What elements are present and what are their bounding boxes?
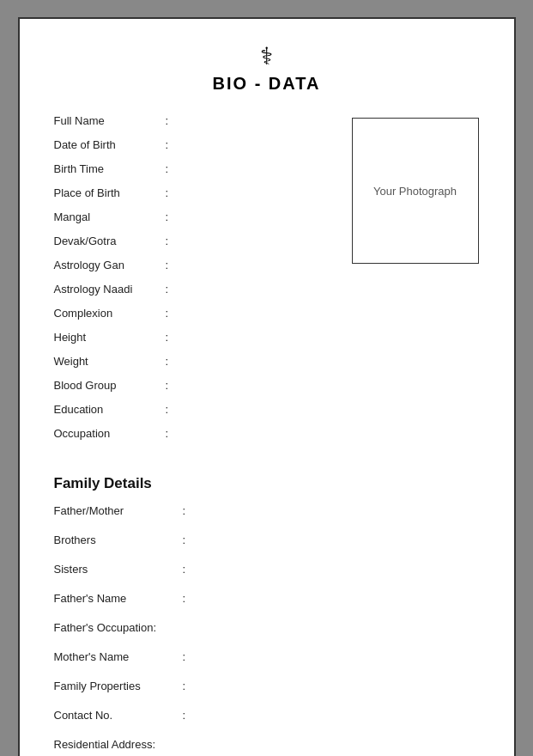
personal-field-row: Complexion: (54, 307, 337, 326)
field-label: Astrology Gan (54, 259, 166, 271)
personal-field-row: Education: (54, 403, 337, 422)
field-label: Complexion (54, 307, 166, 320)
personal-field-row: Astrology Gan: (54, 259, 337, 277)
family-field-colon: : (183, 709, 197, 722)
field-colon: : (166, 138, 179, 151)
header: ⚕ BIO - DATA (54, 45, 480, 94)
field-label: Place of Birth (54, 186, 166, 199)
field-colon: : (166, 186, 179, 199)
family-field-label: Sisters (54, 563, 183, 576)
field-colon: : (166, 403, 179, 416)
field-colon: : (166, 210, 179, 223)
family-field-row: Sisters: (54, 563, 480, 583)
field-label: Occupation (54, 427, 166, 440)
field-label: Astrology Naadi (54, 283, 166, 296)
family-field-row: Mother's Name: (54, 650, 480, 671)
family-field-colon: : (183, 533, 197, 546)
field-label: Mangal (54, 210, 166, 223)
family-field-label: Family Properties (54, 680, 183, 692)
field-colon: : (166, 379, 179, 392)
family-field-colon: : (183, 592, 197, 605)
field-label: Full Name (54, 114, 166, 127)
field-label: Blood Group (54, 379, 166, 392)
family-field-row: Father's Name: (54, 592, 480, 613)
personal-field-row: Height: (54, 331, 337, 350)
personal-field-row: Place of Birth: (54, 186, 337, 205)
field-colon: : (166, 307, 179, 320)
field-colon: : (166, 259, 179, 271)
family-field-row: Brothers: (54, 533, 480, 554)
fields-col: Full Name:Date of Birth:Birth Time:Place… (54, 114, 337, 451)
photo-box: Your Photograph (352, 118, 479, 264)
personal-field-row: Date of Birth: (54, 138, 337, 157)
field-colon: : (166, 114, 179, 127)
main-section: Full Name:Date of Birth:Birth Time:Place… (54, 114, 480, 451)
personal-field-row: Full Name: (54, 114, 337, 133)
family-field-label: Father's Occupation: (54, 621, 183, 634)
family-field-label: Residential Address: (54, 738, 183, 751)
header-icon: ⚕ (54, 45, 480, 69)
field-label: Height (54, 331, 166, 344)
field-colon: : (166, 331, 179, 344)
field-colon: : (166, 355, 179, 368)
personal-field-row: Mangal: (54, 210, 337, 229)
family-field-row: Family Properties: (54, 680, 480, 700)
field-colon: : (166, 427, 179, 440)
header-title: BIO - DATA (54, 74, 480, 94)
family-field-colon: : (183, 504, 197, 517)
personal-field-row: Birth Time: (54, 162, 337, 181)
field-label: Education (54, 403, 166, 416)
family-field-row: Father's Occupation: (54, 621, 480, 642)
family-field-label: Father/Mother (54, 504, 183, 517)
page: ⚕ BIO - DATA Full Name:Date of Birth:Bir… (18, 17, 516, 756)
personal-field-row: Blood Group: (54, 379, 337, 398)
family-fields: Father/Mother:Brothers:Sisters:Father's … (54, 504, 480, 756)
field-colon: : (166, 283, 179, 296)
family-field-row: Father/Mother: (54, 504, 480, 525)
field-colon: : (166, 162, 179, 175)
family-field-row: Residential Address: (54, 738, 480, 756)
family-field-label: Father's Name (54, 592, 183, 605)
photo-label: Your Photograph (373, 185, 457, 198)
family-section: Family Details Father/Mother:Brothers:Si… (54, 475, 480, 756)
field-label: Birth Time (54, 162, 166, 175)
personal-field-row: Astrology Naadi: (54, 283, 337, 302)
personal-field-row: Devak/Gotra: (54, 235, 337, 253)
family-field-label: Contact No. (54, 709, 183, 722)
field-label: Devak/Gotra (54, 235, 166, 247)
family-field-colon: : (183, 563, 197, 576)
field-colon: : (166, 235, 179, 247)
family-section-heading: Family Details (54, 475, 480, 492)
family-field-row: Contact No.: (54, 709, 480, 729)
family-field-label: Mother's Name (54, 650, 183, 663)
family-field-label: Brothers (54, 533, 183, 546)
family-field-colon: : (183, 650, 197, 663)
personal-field-row: Occupation: (54, 427, 337, 446)
personal-field-row: Weight: (54, 355, 337, 374)
field-label: Date of Birth (54, 138, 166, 151)
family-field-colon: : (183, 680, 197, 692)
photo-col: Your Photograph (351, 114, 480, 451)
field-label: Weight (54, 355, 166, 368)
